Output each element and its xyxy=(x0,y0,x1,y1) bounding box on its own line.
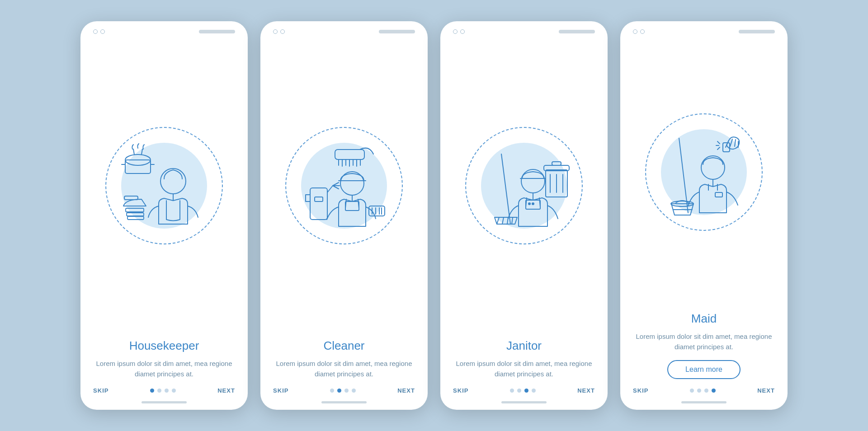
dots-row-janitor xyxy=(510,389,536,393)
skip-button-janitor[interactable]: SKIP xyxy=(453,387,469,394)
maid-illustration xyxy=(645,116,763,233)
illustration-area-maid xyxy=(620,37,788,307)
phone-screen-maid: Maid Lorem ipsum dolor sit dim amet, mea… xyxy=(620,21,788,410)
illustration-area-cleaner xyxy=(260,37,428,334)
bottom-nav-housekeeper: SKIP NEXT xyxy=(80,379,248,398)
dots-row-housekeeper xyxy=(150,389,176,393)
svg-line-2 xyxy=(133,149,134,155)
svg-rect-9 xyxy=(127,216,144,220)
skip-button-cleaner[interactable]: SKIP xyxy=(273,387,289,394)
skip-button-maid[interactable]: SKIP xyxy=(633,387,649,394)
phone-circle xyxy=(280,29,285,34)
phone-top-bar xyxy=(80,21,248,37)
phone-pill xyxy=(739,30,775,33)
phone-circle xyxy=(453,29,458,34)
janitor-illustration xyxy=(465,129,583,247)
phone-circle xyxy=(273,29,278,34)
svg-rect-1 xyxy=(125,160,151,173)
svg-point-55 xyxy=(701,156,725,179)
dot-3 xyxy=(524,389,528,393)
svg-line-3 xyxy=(142,149,142,155)
next-button-maid[interactable]: NEXT xyxy=(757,387,775,394)
svg-point-10 xyxy=(160,169,186,194)
phone-top-bar-maid xyxy=(620,21,788,37)
dot-1 xyxy=(510,389,514,393)
svg-line-31 xyxy=(501,154,510,224)
housekeeper-illustration xyxy=(105,129,223,247)
dot-3 xyxy=(165,389,169,393)
text-area-housekeeper: Housekeeper Lorem ipsum dolor sit dim am… xyxy=(80,334,248,379)
text-area-cleaner: Cleaner Lorem ipsum dolor sit dim amet, … xyxy=(260,334,428,379)
svg-line-33 xyxy=(502,217,504,224)
next-button-cleaner[interactable]: NEXT xyxy=(397,387,415,394)
dot-4 xyxy=(172,389,176,393)
bottom-handle xyxy=(321,401,367,403)
phone-circle xyxy=(93,29,98,34)
bottom-nav-cleaner: SKIP NEXT xyxy=(260,379,428,398)
cleaner-illustration xyxy=(285,129,403,247)
text-area-janitor: Janitor Lorem ipsum dolor sit dim amet, … xyxy=(440,334,608,379)
svg-rect-12 xyxy=(335,150,364,159)
svg-point-47 xyxy=(532,203,534,205)
svg-rect-38 xyxy=(552,162,561,165)
svg-rect-21 xyxy=(315,197,323,201)
svg-line-32 xyxy=(497,217,499,224)
maid-title: Maid xyxy=(634,312,774,326)
cleaner-title: Cleaner xyxy=(274,339,414,353)
dot-1 xyxy=(330,389,334,393)
phone-circles xyxy=(273,29,285,34)
svg-rect-7 xyxy=(126,208,144,212)
dot-2 xyxy=(697,389,701,393)
svg-point-46 xyxy=(528,203,530,205)
bottom-nav-maid: SKIP NEXT xyxy=(620,379,788,398)
phone-circle xyxy=(460,29,465,34)
svg-rect-20 xyxy=(310,188,327,220)
cleaner-desc: Lorem ipsum dolor sit dim amet, mea regi… xyxy=(274,358,414,379)
learn-more-button[interactable]: Learn more xyxy=(667,360,741,379)
bottom-handle xyxy=(501,401,547,403)
dot-1 xyxy=(150,389,154,393)
phone-screen-cleaner: Cleaner Lorem ipsum dolor sit dim amet, … xyxy=(260,21,428,410)
phone-circle xyxy=(100,29,105,34)
svg-rect-57 xyxy=(715,192,722,197)
bottom-nav-janitor: SKIP NEXT xyxy=(440,379,608,398)
housekeeper-title: Housekeeper xyxy=(94,339,234,353)
svg-line-35 xyxy=(512,217,513,224)
dot-1 xyxy=(690,389,694,393)
phone-pill xyxy=(559,30,595,33)
skip-button-housekeeper[interactable]: SKIP xyxy=(93,387,109,394)
phone-pill xyxy=(379,30,415,33)
housekeeper-desc: Lorem ipsum dolor sit dim amet, mea regi… xyxy=(94,358,234,379)
dot-2 xyxy=(157,389,161,393)
janitor-title: Janitor xyxy=(454,339,594,353)
svg-rect-8 xyxy=(127,213,144,216)
phone-circle xyxy=(640,29,645,34)
dot-3 xyxy=(344,389,349,393)
svg-rect-30 xyxy=(345,201,359,211)
svg-line-51 xyxy=(717,141,720,144)
next-button-janitor[interactable]: NEXT xyxy=(577,387,595,394)
janitor-desc: Lorem ipsum dolor sit dim amet, mea regi… xyxy=(454,358,594,379)
dots-row-maid xyxy=(690,389,716,393)
dot-3 xyxy=(704,389,708,393)
illustration-area-janitor xyxy=(440,37,608,334)
phone-circles xyxy=(93,29,105,34)
phone-screen-janitor: Janitor Lorem ipsum dolor sit dim amet, … xyxy=(440,21,608,410)
phone-top-bar-janitor xyxy=(440,21,608,37)
bottom-handle xyxy=(681,401,726,403)
dot-2 xyxy=(337,389,341,393)
next-button-housekeeper[interactable]: NEXT xyxy=(217,387,235,394)
bottom-handle xyxy=(142,401,187,403)
svg-line-53 xyxy=(717,147,720,150)
phone-circles xyxy=(453,29,465,34)
dot-4 xyxy=(532,389,536,393)
phone-screen-housekeeper: Housekeeper Lorem ipsum dolor sit dim am… xyxy=(80,21,248,410)
dot-2 xyxy=(517,389,521,393)
dots-row-cleaner xyxy=(330,389,356,393)
phone-circle xyxy=(633,29,637,34)
svg-point-42 xyxy=(521,169,545,193)
maid-desc: Lorem ipsum dolor sit dim amet, mea regi… xyxy=(634,331,774,352)
dot-4 xyxy=(712,389,716,393)
dot-4 xyxy=(352,389,356,393)
phone-pill xyxy=(199,30,235,33)
